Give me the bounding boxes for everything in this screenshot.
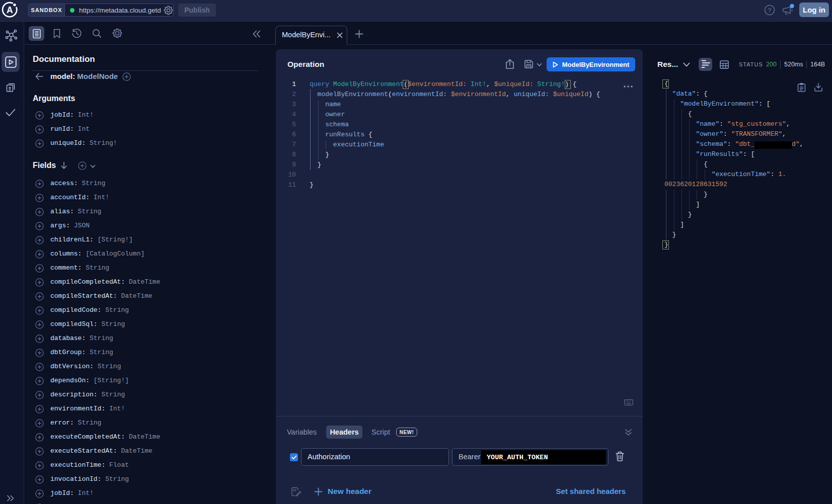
svg-text:?: ? [768,7,772,14]
svg-text:A: A [7,5,13,15]
